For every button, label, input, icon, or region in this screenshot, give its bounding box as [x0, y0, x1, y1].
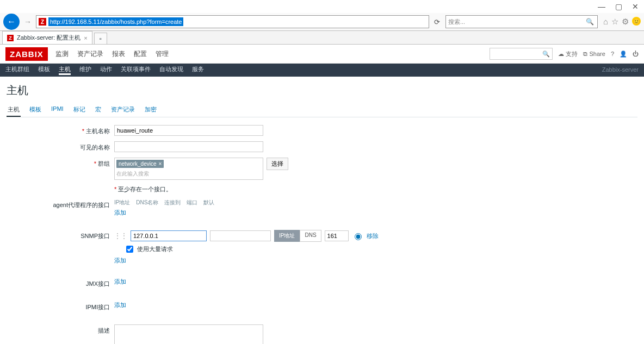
add-jmx-if[interactable]: 添加	[114, 278, 126, 286]
smiley-icon[interactable]: 🙂	[632, 17, 641, 26]
label-description: 描述	[7, 324, 114, 335]
snmp-dns-input[interactable]	[210, 230, 271, 241]
snmp-ip-input[interactable]	[131, 230, 207, 241]
ftab-encryption[interactable]: 加密	[144, 103, 158, 117]
bulk-request-row: 使用大量请求	[124, 244, 379, 254]
ftab-tags[interactable]: 标记	[72, 103, 86, 117]
submenu-templates[interactable]: 模板	[38, 65, 50, 75]
snmp-default-radio[interactable]	[355, 233, 362, 240]
submenu-discovery[interactable]: 自动发现	[159, 65, 183, 75]
ftab-inventory[interactable]: 资产记录	[110, 103, 136, 117]
groups-input[interactable]: network_device× 在此输入搜索	[114, 158, 263, 180]
remove-tag-icon[interactable]: ×	[158, 161, 162, 167]
submenu-actions[interactable]: 动作	[100, 65, 112, 75]
submenu-server: Zabbix-server	[602, 66, 639, 74]
remove-snmp-if[interactable]: 移除	[367, 232, 379, 240]
snmp-port-input[interactable]	[325, 230, 349, 241]
ftab-macros[interactable]: 宏	[94, 103, 102, 117]
search-icon: 🔍	[586, 18, 594, 26]
groups-placeholder: 在此输入搜索	[116, 170, 261, 178]
seg-dns[interactable]: DNS	[300, 230, 321, 242]
toolbar-icons: ⌂ ☆ ⚙ 🙂	[603, 17, 641, 27]
app-header: ZABBIX 监测 资产记录 报表 配置 管理 🔍 ☁ 支持 ⧉ Share ?…	[0, 45, 644, 64]
bulk-label: 使用大量请求	[137, 245, 173, 253]
help-icon[interactable]: ?	[611, 51, 614, 57]
menu-reports[interactable]: 报表	[112, 49, 125, 59]
select-groups-button[interactable]: 选择	[267, 158, 288, 170]
page-title: 主机	[7, 83, 637, 98]
label-jmx-if: JMX接口	[7, 278, 114, 288]
visible-name-input[interactable]	[114, 141, 263, 152]
add-ipmi-if[interactable]: 添加	[114, 301, 126, 309]
url-text: http://192.168.5.11/zabbix/hosts.php?for…	[48, 17, 183, 26]
back-button[interactable]: ←	[3, 14, 20, 30]
menu-inventory[interactable]: 资产记录	[77, 49, 103, 59]
browser-tabs: Z Zabbix-server: 配置主机 × ▫	[0, 31, 644, 45]
snmp-interface-row: ⋮⋮ IP地址 DNS 移除	[114, 230, 379, 242]
favorites-icon[interactable]: ☆	[611, 17, 618, 27]
submenu-correlation[interactable]: 关联项事件	[121, 65, 151, 75]
power-icon[interactable]: ⏻	[633, 51, 639, 57]
interface-required-hint: * 至少存在一个接口。	[114, 185, 172, 193]
gear-icon[interactable]: ⚙	[622, 17, 629, 27]
submenu-services[interactable]: 服务	[192, 65, 204, 75]
close-icon[interactable]: ✕	[632, 2, 639, 11]
sub-menu: 主机群组 模板 主机 维护 动作 关联项事件 自动发现 服务 Zabbix-se…	[0, 64, 644, 77]
page-body: 主机 主机 模板 IPMI 标记 宏 资产记录 加密 主机名称 可见的名称 群组…	[0, 77, 644, 344]
tab-title: Zabbix-server: 配置主机	[17, 34, 81, 42]
browser-toolbar: ← → Z http://192.168.5.11/zabbix/hosts.p…	[0, 13, 644, 31]
label-visible-name: 可见的名称	[7, 141, 114, 152]
refresh-button[interactable]: ⟳	[431, 18, 443, 26]
forward-button[interactable]: →	[22, 16, 34, 28]
minimize-icon[interactable]: —	[598, 2, 605, 11]
site-icon: Z	[39, 18, 46, 26]
browser-search[interactable]: 搜索... 🔍	[445, 15, 598, 28]
label-groups: 群组	[7, 158, 114, 168]
form-tabs: 主机 模板 IPMI 标记 宏 资产记录 加密	[7, 103, 637, 117]
submenu-hostgroups[interactable]: 主机群组	[5, 65, 29, 75]
add-snmp-if[interactable]: 添加	[114, 257, 379, 265]
menu-config[interactable]: 配置	[134, 49, 147, 59]
ftab-templates[interactable]: 模板	[28, 103, 42, 117]
submenu-maintenance[interactable]: 维护	[79, 65, 91, 75]
window-titlebar: — ▢ ✕	[0, 0, 644, 13]
tab-close-icon[interactable]: ×	[84, 35, 87, 41]
home-icon[interactable]: ⌂	[603, 17, 608, 27]
add-agent-if[interactable]: 添加	[114, 209, 214, 217]
menu-monitoring[interactable]: 监测	[55, 49, 69, 59]
host-name-input[interactable]	[114, 125, 263, 136]
host-form: 主机名称 可见的名称 群组 network_device× 在此输入搜索 选择 …	[7, 125, 637, 344]
ftab-host[interactable]: 主机	[7, 103, 21, 117]
seg-ip[interactable]: IP地址	[274, 230, 300, 242]
main-menu: 监测 资产记录 报表 配置 管理	[55, 49, 169, 59]
zabbix-logo[interactable]: ZABBIX	[5, 47, 48, 61]
group-tag[interactable]: network_device×	[116, 160, 164, 168]
maximize-icon[interactable]: ▢	[615, 2, 622, 11]
label-agent-if: agent代理程序的接口	[7, 199, 114, 209]
new-tab-button[interactable]: ▫	[94, 33, 107, 44]
label-ipmi-if: IPMI接口	[7, 301, 114, 311]
label-snmp-if: SNMP接口	[7, 230, 114, 240]
tab-favicon: Z	[7, 35, 14, 41]
ftab-ipmi[interactable]: IPMI	[50, 103, 65, 117]
search-placeholder: 搜索...	[448, 18, 465, 26]
label-host-name: 主机名称	[7, 125, 114, 135]
support-link[interactable]: ☁ 支持	[558, 50, 578, 58]
description-input[interactable]	[114, 324, 263, 344]
share-link[interactable]: ⧉ Share	[583, 51, 605, 58]
user-icon[interactable]: 👤	[620, 51, 627, 58]
drag-handle-icon[interactable]: ⋮⋮	[114, 232, 127, 240]
submenu-hosts[interactable]: 主机	[59, 65, 71, 75]
menu-admin[interactable]: 管理	[156, 49, 169, 59]
bulk-checkbox[interactable]	[126, 246, 133, 253]
agent-if-headers: IP地址 DNS名称 连接到 端口 默认	[114, 199, 214, 207]
connect-to-toggle: IP地址 DNS	[274, 230, 321, 242]
browser-tab[interactable]: Z Zabbix-server: 配置主机 ×	[2, 31, 92, 44]
app-search[interactable]: 🔍	[490, 48, 553, 60]
url-box[interactable]: Z http://192.168.5.11/zabbix/hosts.php?f…	[36, 15, 429, 28]
